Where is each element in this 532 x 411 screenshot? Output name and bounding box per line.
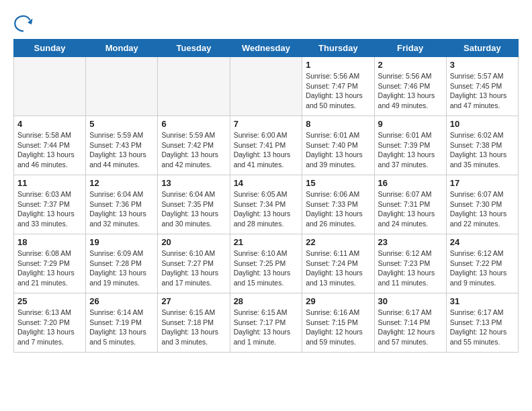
day-number: 4 [17, 119, 82, 129]
day-number: 31 [450, 296, 515, 306]
day-number: 17 [450, 178, 515, 188]
day-info: Sunrise: 6:06 AM Sunset: 7:33 PM Dayligh… [306, 189, 370, 229]
day-info: Sunrise: 6:10 AM Sunset: 7:27 PM Dayligh… [161, 248, 226, 288]
day-number: 9 [378, 119, 443, 129]
calendar-cell: 24Sunrise: 6:12 AM Sunset: 7:22 PM Dayli… [446, 234, 518, 293]
calendar-cell: 18Sunrise: 6:08 AM Sunset: 7:29 PM Dayli… [14, 234, 86, 293]
calendar-week-row: 18Sunrise: 6:08 AM Sunset: 7:29 PM Dayli… [14, 234, 519, 293]
day-info: Sunrise: 6:01 AM Sunset: 7:40 PM Dayligh… [306, 130, 370, 170]
calendar-cell: 30Sunrise: 6:17 AM Sunset: 7:14 PM Dayli… [374, 293, 446, 353]
day-info: Sunrise: 5:59 AM Sunset: 7:43 PM Dayligh… [89, 130, 154, 170]
calendar-cell: 13Sunrise: 6:04 AM Sunset: 7:35 PM Dayli… [158, 175, 230, 234]
calendar-day-header: Wednesday [230, 40, 302, 57]
calendar-cell: 3Sunrise: 5:57 AM Sunset: 7:45 PM Daylig… [446, 57, 518, 116]
calendar-cell: 6Sunrise: 5:59 AM Sunset: 7:42 PM Daylig… [158, 116, 230, 175]
calendar-header-row: SundayMondayTuesdayWednesdayThursdayFrid… [14, 40, 519, 57]
day-number: 5 [89, 119, 154, 129]
day-info: Sunrise: 5:59 AM Sunset: 7:42 PM Dayligh… [161, 130, 226, 170]
calendar-table: SundayMondayTuesdayWednesdayThursdayFrid… [13, 39, 519, 353]
day-number: 10 [450, 119, 515, 129]
day-number: 18 [17, 237, 82, 247]
calendar-cell [14, 57, 86, 116]
day-number: 24 [450, 237, 515, 247]
day-number: 20 [161, 237, 226, 247]
calendar-day-header: Friday [374, 40, 446, 57]
day-info: Sunrise: 6:03 AM Sunset: 7:37 PM Dayligh… [17, 189, 82, 229]
day-info: Sunrise: 6:07 AM Sunset: 7:31 PM Dayligh… [378, 189, 443, 229]
calendar-cell: 9Sunrise: 6:01 AM Sunset: 7:39 PM Daylig… [374, 116, 446, 175]
day-number: 22 [306, 237, 370, 247]
logo-icon [13, 13, 34, 34]
calendar-cell [230, 57, 302, 116]
day-number: 7 [234, 119, 299, 129]
day-info: Sunrise: 6:04 AM Sunset: 7:35 PM Dayligh… [161, 189, 226, 229]
calendar-cell: 25Sunrise: 6:13 AM Sunset: 7:20 PM Dayli… [14, 293, 86, 353]
day-info: Sunrise: 6:17 AM Sunset: 7:14 PM Dayligh… [378, 308, 443, 347]
day-number: 16 [378, 178, 443, 188]
calendar-cell: 31Sunrise: 6:17 AM Sunset: 7:13 PM Dayli… [446, 293, 518, 353]
calendar-cell: 29Sunrise: 6:16 AM Sunset: 7:15 PM Dayli… [302, 293, 374, 353]
day-number: 6 [161, 119, 226, 129]
day-info: Sunrise: 6:15 AM Sunset: 7:17 PM Dayligh… [234, 308, 299, 347]
calendar-cell: 8Sunrise: 6:01 AM Sunset: 7:40 PM Daylig… [302, 116, 374, 175]
day-number: 3 [450, 60, 515, 70]
day-info: Sunrise: 6:08 AM Sunset: 7:29 PM Dayligh… [17, 248, 82, 288]
calendar-cell: 27Sunrise: 6:15 AM Sunset: 7:18 PM Dayli… [158, 293, 230, 353]
day-info: Sunrise: 6:14 AM Sunset: 7:19 PM Dayligh… [89, 308, 154, 347]
day-info: Sunrise: 6:13 AM Sunset: 7:20 PM Dayligh… [17, 308, 82, 347]
day-info: Sunrise: 6:17 AM Sunset: 7:13 PM Dayligh… [450, 308, 515, 347]
calendar-cell: 17Sunrise: 6:07 AM Sunset: 7:30 PM Dayli… [446, 175, 518, 234]
day-info: Sunrise: 6:12 AM Sunset: 7:22 PM Dayligh… [450, 248, 515, 288]
day-info: Sunrise: 6:04 AM Sunset: 7:36 PM Dayligh… [89, 189, 154, 229]
calendar-day-header: Sunday [14, 40, 86, 57]
page-container: SundayMondayTuesdayWednesdayThursdayFrid… [0, 0, 532, 359]
day-number: 1 [306, 60, 370, 70]
day-number: 23 [378, 237, 443, 247]
calendar-cell: 5Sunrise: 5:59 AM Sunset: 7:43 PM Daylig… [86, 116, 158, 175]
calendar-week-row: 1Sunrise: 5:56 AM Sunset: 7:47 PM Daylig… [14, 57, 519, 116]
day-number: 21 [234, 237, 299, 247]
calendar-cell: 21Sunrise: 6:10 AM Sunset: 7:25 PM Dayli… [230, 234, 302, 293]
day-info: Sunrise: 5:58 AM Sunset: 7:44 PM Dayligh… [17, 130, 82, 170]
day-info: Sunrise: 6:09 AM Sunset: 7:28 PM Dayligh… [89, 248, 154, 288]
day-number: 19 [89, 237, 154, 247]
day-number: 2 [378, 60, 443, 70]
calendar-day-header: Monday [86, 40, 158, 57]
calendar-cell: 1Sunrise: 5:56 AM Sunset: 7:47 PM Daylig… [302, 57, 374, 116]
header [13, 13, 519, 34]
day-info: Sunrise: 6:05 AM Sunset: 7:34 PM Dayligh… [234, 189, 299, 229]
calendar-cell: 26Sunrise: 6:14 AM Sunset: 7:19 PM Dayli… [86, 293, 158, 353]
day-number: 12 [89, 178, 154, 188]
calendar-cell: 22Sunrise: 6:11 AM Sunset: 7:24 PM Dayli… [302, 234, 374, 293]
day-info: Sunrise: 6:12 AM Sunset: 7:23 PM Dayligh… [378, 248, 443, 288]
day-info: Sunrise: 6:10 AM Sunset: 7:25 PM Dayligh… [234, 248, 299, 288]
calendar-cell: 14Sunrise: 6:05 AM Sunset: 7:34 PM Dayli… [230, 175, 302, 234]
day-info: Sunrise: 6:02 AM Sunset: 7:38 PM Dayligh… [450, 130, 515, 170]
calendar-cell [158, 57, 230, 116]
day-number: 13 [161, 178, 226, 188]
day-number: 26 [89, 296, 154, 306]
day-info: Sunrise: 6:07 AM Sunset: 7:30 PM Dayligh… [450, 189, 515, 229]
logo [13, 13, 36, 34]
day-info: Sunrise: 6:11 AM Sunset: 7:24 PM Dayligh… [306, 248, 370, 288]
calendar-cell: 12Sunrise: 6:04 AM Sunset: 7:36 PM Dayli… [86, 175, 158, 234]
day-number: 29 [306, 296, 370, 306]
calendar-day-header: Tuesday [158, 40, 230, 57]
calendar-cell: 20Sunrise: 6:10 AM Sunset: 7:27 PM Dayli… [158, 234, 230, 293]
day-number: 15 [306, 178, 370, 188]
calendar-cell: 19Sunrise: 6:09 AM Sunset: 7:28 PM Dayli… [86, 234, 158, 293]
calendar-cell: 2Sunrise: 5:56 AM Sunset: 7:46 PM Daylig… [374, 57, 446, 116]
day-number: 28 [234, 296, 299, 306]
calendar-cell: 4Sunrise: 5:58 AM Sunset: 7:44 PM Daylig… [14, 116, 86, 175]
day-number: 30 [378, 296, 443, 306]
calendar-cell: 15Sunrise: 6:06 AM Sunset: 7:33 PM Dayli… [302, 175, 374, 234]
day-number: 25 [17, 296, 82, 306]
day-info: Sunrise: 6:15 AM Sunset: 7:18 PM Dayligh… [161, 308, 226, 347]
calendar-cell [86, 57, 158, 116]
day-info: Sunrise: 5:57 AM Sunset: 7:45 PM Dayligh… [450, 71, 515, 111]
day-info: Sunrise: 5:56 AM Sunset: 7:46 PM Dayligh… [378, 71, 443, 111]
day-number: 27 [161, 296, 226, 306]
calendar-day-header: Saturday [446, 40, 518, 57]
day-info: Sunrise: 6:00 AM Sunset: 7:41 PM Dayligh… [234, 130, 299, 170]
day-number: 8 [306, 119, 370, 129]
